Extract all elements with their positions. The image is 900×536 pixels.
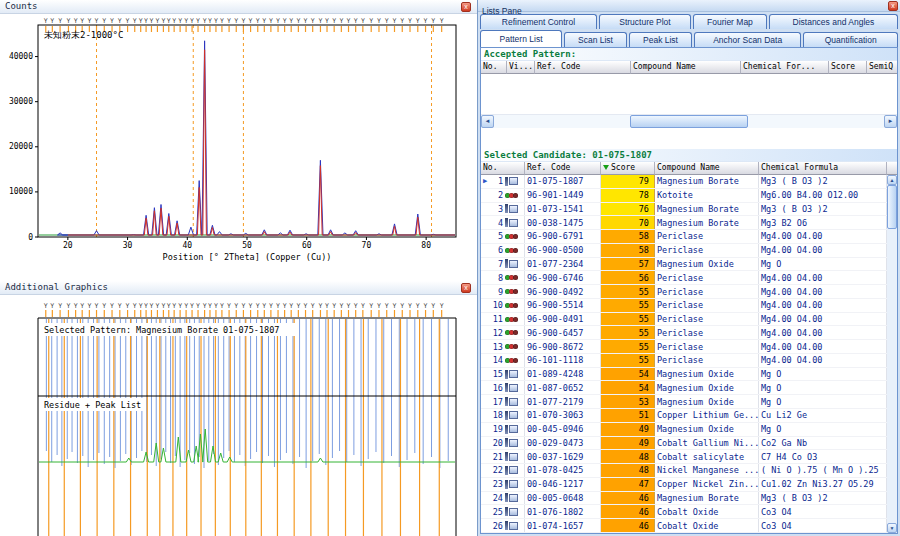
- scroll-down-button[interactable]: ▼: [887, 523, 897, 533]
- candidate-row[interactable]: 2400-005-064846Magnesium BorateMg3 ( B O…: [481, 492, 887, 506]
- candidate-row[interactable]: 2601-074-165746Cobalt OxideCo3 O4: [481, 519, 887, 533]
- svg-text:Y: Y: [339, 302, 343, 310]
- scroll-up-button[interactable]: ▲: [887, 175, 897, 185]
- score-cell: 49: [601, 423, 655, 436]
- score-cell: 79: [601, 175, 655, 188]
- svg-text:未知粉末2-1000°C: 未知粉末2-1000°C: [44, 30, 123, 40]
- cod-source-icon: [505, 330, 518, 335]
- vertical-scroll-track[interactable]: [887, 229, 897, 523]
- candidate-row[interactable]: 701-077-236457Magnesium OxideMg O: [481, 258, 887, 272]
- row-number-cell: 19: [481, 423, 525, 436]
- tab-scan-list[interactable]: Scan List: [564, 32, 627, 47]
- ref-code-cell: 96-900-6791: [525, 230, 601, 243]
- candidate-row[interactable]: 1601-087-065254Magnesium OxideMg O: [481, 381, 887, 395]
- vertical-scrollbar[interactable]: ▲ ▼: [887, 175, 897, 533]
- column-header-compound-name[interactable]: Compound Name: [631, 61, 741, 74]
- candidate-row[interactable]: 2300-046-121747Copper Nickel Zin...Cu1.0…: [481, 478, 887, 492]
- svg-text:Y: Y: [139, 302, 143, 310]
- candidate-row[interactable]: 1801-070-306351Copper Lithium Ge...Cu Li…: [481, 409, 887, 423]
- candidate-row[interactable]: 696-900-050058PericlaseMg4.00 O4.00: [481, 244, 887, 258]
- candidate-row[interactable]: 1501-089-424854Magnesium OxideMg O: [481, 368, 887, 382]
- column-header-score[interactable]: Score: [601, 162, 655, 175]
- candidate-row[interactable]: 596-900-679158PericlaseMg4.00 O4.00: [481, 230, 887, 244]
- candidate-row[interactable]: 2501-076-180246Cobalt OxideCo3 O4: [481, 505, 887, 519]
- ref-code-cell: 01-075-1807: [525, 175, 601, 188]
- svg-text:Y: Y: [283, 302, 287, 310]
- counts-chart[interactable]: YYYYYYYYYYYYYYYYYYYYYYYYYYYYYYYYYYYYYYYY…: [0, 14, 477, 281]
- candidate-row[interactable]: 1096-900-551455PericlaseMg4.00 O4.00: [481, 299, 887, 313]
- candidate-row[interactable]: 2201-078-042548Nickel Manganese ...( Ni …: [481, 464, 887, 478]
- tab-peak-list[interactable]: Peak List: [629, 32, 692, 47]
- candidate-row[interactable]: 2100-037-162948Cobalt salicylateC7 H4 Co…: [481, 450, 887, 464]
- candidate-row[interactable]: 1701-077-217953Magnesium OxideMg O: [481, 395, 887, 409]
- row-number-cell: 20: [481, 437, 525, 450]
- cod-source-icon: [505, 358, 518, 363]
- tab-fourier-map[interactable]: Fourier Map: [693, 14, 767, 29]
- close-icon[interactable]: x: [461, 2, 471, 12]
- row-number-cell: 4: [481, 216, 525, 229]
- svg-text:Y: Y: [431, 302, 435, 310]
- tab-pattern-list[interactable]: Pattern List: [480, 30, 562, 47]
- row-number: 4: [490, 218, 503, 228]
- vertical-scroll-thumb[interactable]: [887, 185, 897, 229]
- candidate-row[interactable]: 996-900-049255PericlaseMg4.00 O4.00: [481, 285, 887, 299]
- row-number: 12: [490, 328, 503, 338]
- row-number: 8: [490, 273, 503, 283]
- tab-anchor-scan-data[interactable]: Anchor Scan Data: [694, 32, 801, 47]
- close-icon[interactable]: x: [888, 1, 898, 11]
- column-header-ref-code[interactable]: Ref. Code: [535, 61, 631, 74]
- compound-name-cell: Nickel Manganese ...: [655, 464, 759, 477]
- compound-name-cell: Magnesium Oxide: [655, 368, 759, 381]
- compound-name-cell: Cobalt Oxide: [655, 505, 759, 518]
- column-header-chemical-for[interactable]: Chemical For...: [741, 61, 829, 74]
- horizontal-scroll-thumb[interactable]: [630, 115, 748, 128]
- candidate-row[interactable]: 1296-900-645755PericlaseMg4.00 O4.00: [481, 326, 887, 340]
- close-icon[interactable]: x: [461, 283, 471, 293]
- additional-chart[interactable]: YYYYYYYYYYYYYYYYYYYYYYYYYYYYYYYYYYYYYYYY…: [0, 295, 477, 536]
- cod-source-icon: [505, 317, 518, 322]
- svg-text:Y: Y: [269, 17, 273, 25]
- row-number-cell: 6: [481, 244, 525, 257]
- icdd-source-icon: [505, 480, 518, 489]
- column-header-no[interactable]: No.: [481, 61, 507, 74]
- svg-text:Y: Y: [214, 302, 218, 310]
- svg-text:Y: Y: [440, 17, 444, 25]
- compound-name-cell: Cobalt Gallium Ni...: [655, 437, 759, 450]
- svg-text:20: 20: [63, 241, 73, 250]
- candidate-row[interactable]: 1900-045-094649Magnesium OxideMg O: [481, 423, 887, 437]
- candidate-row[interactable]: 1396-900-867255PericlaseMg4.00 O4.00: [481, 340, 887, 354]
- candidate-row[interactable]: ▶101-075-180779Magnesium BorateMg3 ( B O…: [481, 175, 887, 189]
- tab-quantification[interactable]: Quantification: [803, 32, 898, 47]
- column-header-ref-code[interactable]: Ref. Code: [525, 162, 601, 175]
- column-header-chemical-formula[interactable]: Chemical Formula: [759, 162, 887, 175]
- svg-text:40000: 40000: [9, 52, 33, 61]
- candidate-row[interactable]: 896-900-674656PericlaseMg4.00 O4.00: [481, 271, 887, 285]
- candidate-table-body: ▶101-075-180779Magnesium BorateMg3 ( B O…: [481, 175, 897, 533]
- candidate-row[interactable]: 296-901-144978KotoiteMg6.00 B4.00 O12.00: [481, 189, 887, 203]
- column-header-vi[interactable]: Vi...: [507, 61, 535, 74]
- svg-text:Y: Y: [400, 302, 404, 310]
- candidate-row[interactable]: 2000-029-047349Cobalt Gallium Ni...Co2 G…: [481, 437, 887, 451]
- column-header-compound-name[interactable]: Compound Name: [655, 162, 759, 175]
- candidate-row[interactable]: 301-073-154176Magnesium BorateMg3 ( B O3…: [481, 203, 887, 217]
- svg-text:Y: Y: [262, 17, 266, 25]
- column-header-score[interactable]: Score: [829, 61, 867, 74]
- horizontal-scrollbar[interactable]: ◄ ►: [481, 115, 897, 128]
- horizontal-scroll-track[interactable]: [494, 115, 884, 128]
- tab-distances-and-angles[interactable]: Distances and Angles: [769, 14, 898, 29]
- scroll-right-button[interactable]: ►: [884, 115, 897, 128]
- candidate-row[interactable]: 1196-900-049155PericlaseMg4.00 O4.00: [481, 313, 887, 327]
- candidate-row[interactable]: 1496-101-111855PericlaseMg4.00 O4.00: [481, 354, 887, 368]
- candidate-row[interactable]: 400-038-147570Magnesium BorateMg3 B2 O6: [481, 216, 887, 230]
- column-header-no[interactable]: No.: [481, 162, 525, 175]
- icdd-source-icon: [505, 218, 518, 227]
- svg-text:Y: Y: [80, 17, 84, 25]
- svg-text:Y: Y: [172, 17, 176, 25]
- ref-code-cell: 00-005-0648: [525, 492, 601, 505]
- scroll-left-button[interactable]: ◄: [481, 115, 494, 128]
- svg-text:Y: Y: [190, 17, 194, 25]
- score-cell: 46: [601, 519, 655, 532]
- svg-text:Y: Y: [339, 17, 343, 25]
- tab-structure-plot[interactable]: Structure Plot: [599, 14, 691, 29]
- column-header-semiq[interactable]: SemiQ: [867, 61, 897, 74]
